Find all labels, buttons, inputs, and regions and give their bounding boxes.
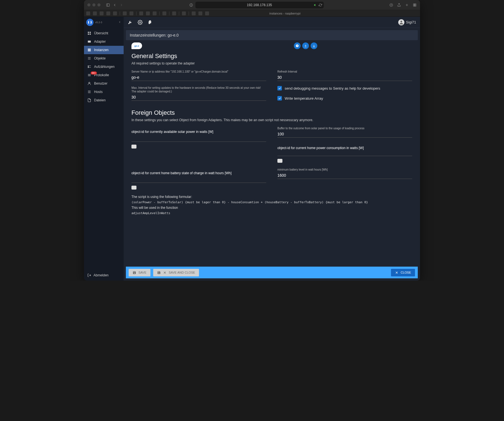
- maximize-window-icon[interactable]: [97, 3, 100, 6]
- solar-input[interactable]: [131, 135, 266, 142]
- collapse-sidebar-icon[interactable]: [118, 20, 121, 25]
- upload-button[interactable]: [302, 42, 309, 49]
- minbatt-input[interactable]: [277, 172, 412, 179]
- svg-rect-7: [413, 4, 414, 5]
- user-menu[interactable]: Sigi71: [398, 19, 416, 25]
- sidebar-item-files[interactable]: Dateien: [84, 96, 124, 104]
- home-toggle[interactable]: [277, 159, 282, 163]
- formula-use: This will be used in the function: [131, 205, 412, 210]
- new-tab-icon[interactable]: [405, 3, 409, 7]
- sidebar-item-label: Übersicht: [94, 31, 108, 35]
- server-label: Server Name or ip address like "192.168.…: [131, 70, 266, 73]
- audio-icon[interactable]: [314, 3, 317, 7]
- gear-icon[interactable]: [138, 20, 143, 25]
- battery-input[interactable]: [131, 176, 266, 183]
- sidebar-item-label: Objekte: [94, 56, 105, 60]
- formula-intro: The script is using the following formul…: [131, 194, 412, 200]
- svg-rect-10: [415, 5, 416, 6]
- favicon-icon[interactable]: [113, 11, 117, 15]
- svg-rect-12: [90, 32, 91, 33]
- browser-titlebar: 192.168.178.135: [84, 0, 420, 10]
- help-button[interactable]: [294, 42, 301, 49]
- favicon-icon[interactable]: [172, 11, 176, 15]
- home-label: object-id for current home power consump…: [277, 146, 412, 150]
- close-window-icon[interactable]: [87, 3, 90, 6]
- download-icon[interactable]: [389, 3, 393, 7]
- logout-button[interactable]: Abmelden: [84, 270, 124, 281]
- svg-rect-16: [88, 49, 91, 49]
- temp-label: Write temperature Array: [285, 96, 323, 101]
- server-input[interactable]: [131, 74, 266, 81]
- maxint-input[interactable]: [131, 94, 266, 101]
- content-topbar: Sigi71: [124, 17, 420, 28]
- svg-point-29: [89, 82, 90, 83]
- share-icon[interactable]: [397, 3, 401, 7]
- favicon-icon[interactable]: [182, 11, 186, 15]
- sidebar-item-enums[interactable]: Aufzählungen: [84, 63, 124, 71]
- favicon-icon[interactable]: [192, 11, 196, 15]
- favicon-icon[interactable]: [93, 11, 97, 15]
- wrench-icon[interactable]: [128, 20, 133, 25]
- sidebar-item-logs[interactable]: 99+Protokolle: [84, 71, 124, 79]
- favicon-icon[interactable]: [129, 11, 133, 15]
- favicon-icon[interactable]: [106, 11, 110, 15]
- sentry-checkbox[interactable]: [277, 86, 282, 90]
- svg-rect-8: [415, 4, 416, 5]
- sidebar-item-adapter[interactable]: Adapter: [84, 37, 124, 46]
- adapter-logo-icon: go-e: [131, 42, 142, 49]
- forward-icon[interactable]: [119, 3, 123, 7]
- save-button[interactable]: SAVE: [129, 269, 150, 276]
- svg-rect-11: [88, 32, 89, 33]
- active-tab-title[interactable]: instances - raspberrypi: [211, 12, 359, 15]
- general-sub: All required settings to operate the ada…: [131, 61, 412, 65]
- svg-rect-17: [88, 50, 91, 50]
- refresh-input[interactable]: [277, 74, 412, 81]
- reader-icon[interactable]: [189, 3, 193, 7]
- back-icon[interactable]: [113, 3, 117, 7]
- url-field[interactable]: 192.168.178.135: [195, 2, 324, 8]
- svg-rect-14: [90, 34, 91, 35]
- favicon-icon[interactable]: [205, 11, 209, 15]
- svg-rect-0: [107, 4, 110, 6]
- temp-checkbox[interactable]: [277, 96, 282, 101]
- favicon-icon[interactable]: [139, 11, 143, 15]
- save-close-button[interactable]: SAVE AND CLOSE: [153, 269, 199, 276]
- head-icon[interactable]: [148, 20, 153, 25]
- maxint-label: Max. Interval for writing updates to the…: [131, 86, 266, 93]
- favicon-icon[interactable]: [123, 11, 127, 15]
- sidebar-toggle-icon[interactable]: [106, 3, 110, 7]
- svg-point-34: [400, 21, 402, 22]
- sentry-label: send debugging messages to Sentry as hel…: [285, 86, 380, 90]
- favicon-icon[interactable]: [146, 11, 150, 15]
- battery-toggle[interactable]: [131, 186, 136, 190]
- sidebar-item-label: Benutzer: [94, 82, 107, 85]
- sidebar-item-instances[interactable]: Instanzen: [84, 46, 124, 54]
- solar-label: object-id for currently available solar …: [131, 130, 266, 134]
- sidebar-item-hosts[interactable]: Hosts: [84, 88, 124, 96]
- sidebar-item-overview[interactable]: Übersicht: [84, 29, 124, 37]
- download-button[interactable]: [311, 42, 317, 49]
- url-text: 192.168.178.135: [247, 3, 272, 7]
- battery-label: object-id for current home battery state…: [131, 171, 266, 176]
- favicon-icon[interactable]: [100, 11, 104, 15]
- buffer-input[interactable]: [277, 131, 412, 138]
- svg-rect-22: [88, 66, 89, 67]
- refresh-label: Refresh Interval: [277, 70, 412, 73]
- reload-icon[interactable]: [319, 3, 322, 7]
- logout-icon: [87, 273, 91, 277]
- window-controls[interactable]: [87, 3, 100, 6]
- minimize-window-icon[interactable]: [92, 3, 95, 6]
- browser-tabbar: instances - raspberrypi: [84, 10, 420, 17]
- solar-toggle[interactable]: [131, 145, 136, 149]
- tabs-icon[interactable]: [413, 3, 417, 7]
- sidebar-item-users[interactable]: Benutzer: [84, 79, 124, 88]
- sidebar-item-label: Adapter: [94, 40, 106, 44]
- minbatt-label: minimum battery level in watt hours [Wh]: [277, 168, 412, 171]
- favicon-icon[interactable]: [153, 11, 157, 15]
- app-logo-icon[interactable]: [86, 19, 93, 26]
- favicon-icon[interactable]: [198, 11, 202, 15]
- favicon-icon[interactable]: [162, 11, 166, 15]
- favicon-icon[interactable]: [86, 11, 90, 15]
- close-button[interactable]: CLOSE: [391, 269, 415, 276]
- sidebar-item-objects[interactable]: Objekte: [84, 54, 124, 63]
